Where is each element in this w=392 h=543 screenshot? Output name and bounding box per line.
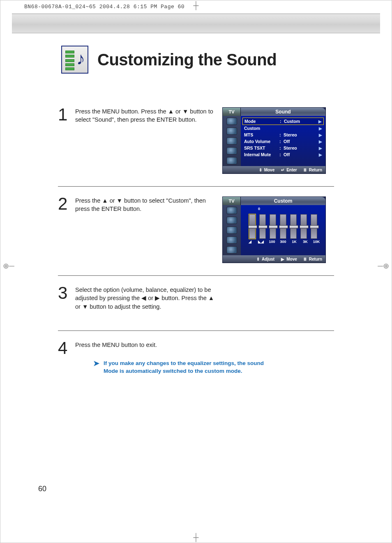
osd1-tv-label: TV — [223, 108, 241, 116]
eq-band-labels: ◢ ◣◢ 100 300 1K 3K 10K — [244, 240, 322, 244]
osd-sound-menu: TV Sound — [222, 107, 326, 174]
menu-value: Custom — [284, 119, 318, 124]
chevron-right-icon: ▶ — [319, 153, 322, 157]
tip-note: ➤ If you make any changes to the equaliz… — [93, 360, 274, 374]
step-3: 3 Select the option (volume, balance, eq… — [58, 286, 334, 331]
return-icon: Ⅲ — [303, 257, 308, 261]
footer-enter: Enter — [286, 168, 297, 172]
enter-icon: ↵ — [280, 168, 285, 172]
equalizer: 0 R — [241, 205, 325, 255]
menu-item-internal-mute[interactable]: Internal Mute : Off ▶ — [242, 151, 324, 158]
step-4: 4 Press the MENU button to exit. ➤ If yo… — [58, 341, 334, 375]
sidebar-icon — [226, 147, 237, 155]
page-number: 60 — [38, 485, 46, 493]
sidebar-icon — [226, 217, 237, 224]
band-label: 10K — [313, 240, 320, 244]
band-label: 3K — [302, 240, 309, 244]
step-3-number: 3 — [58, 286, 70, 318]
sound-icon: ♪ — [61, 46, 88, 74]
menu-item-auto-volume[interactable]: Auto Volume : Off ▶ — [242, 138, 324, 145]
sidebar-icon — [226, 236, 237, 244]
chevron-right-icon: ▶ — [318, 119, 322, 124]
sidebar-icon — [226, 207, 237, 214]
chevron-right-icon: ▶ — [319, 139, 322, 144]
eq-slider-1k[interactable] — [290, 214, 297, 239]
eq-slider-volume[interactable] — [259, 214, 266, 239]
menu-value: Off — [284, 139, 319, 144]
print-header-text: BN68-00678A-01_024~65 2004.4.28 6:15 PM … — [24, 4, 184, 10]
step-2-text: Press the ▲ or ▼ button to select "Custo… — [75, 196, 215, 263]
step-2: 2 Press the ▲ or ▼ button to select "Cus… — [58, 196, 334, 276]
footer-adjust: Adjust — [262, 257, 274, 261]
manual-page: BN68-00678A-01_024~65 2004.4.28 6:15 PM … — [0, 0, 392, 543]
sidebar-icon — [226, 137, 237, 145]
menu-value: Off — [284, 152, 319, 157]
sidebar-icon — [226, 127, 237, 135]
step-1: 1 Press the MENU button. Press the ▲ or … — [58, 107, 334, 187]
osd2-footer: ⇕Adjust ▶Move ⅢReturn — [223, 255, 325, 263]
header-band — [12, 14, 380, 33]
tip-arrow-icon: ➤ — [93, 360, 99, 374]
osd1-title: Sound — [241, 108, 325, 116]
footer-move: Move — [286, 257, 297, 261]
sidebar-icon — [226, 246, 237, 254]
chevron-right-icon: ▶ — [319, 126, 322, 131]
footer-return: Return — [309, 168, 322, 172]
right-icon: ▶ — [280, 257, 285, 261]
menu-label: MTS — [244, 132, 279, 137]
step-1-number: 1 — [58, 107, 70, 174]
eq-slider-300[interactable] — [280, 214, 286, 239]
sidebar-icon — [226, 118, 237, 125]
menu-label: Internal Mute — [244, 152, 279, 157]
band-label: 300 — [279, 240, 287, 244]
eq-slider-3k[interactable] — [300, 214, 307, 239]
menu-value: Stereo — [284, 146, 319, 150]
crop-mark-left: ⊕─ — [3, 261, 14, 270]
crop-mark-bottom: ┼ — [194, 533, 199, 542]
menu-label: SRS TSXT — [244, 146, 279, 150]
step-1-text: Press the MENU button. Press the ▲ or ▼ … — [75, 107, 215, 174]
menu-value: Stereo — [284, 132, 319, 137]
osd1-footer: ⇕Move ↵Enter ⅢReturn — [223, 166, 325, 173]
footer-return: Return — [309, 257, 322, 261]
osd-custom-eq: TV Custom 0 — [222, 196, 326, 263]
osd2-title: Custom — [241, 197, 325, 205]
crop-mark-right: ─⊕ — [378, 261, 389, 270]
menu-label: Auto Volume — [244, 139, 279, 144]
menu-label: Custom — [244, 126, 279, 131]
menu-item-mts[interactable]: MTS : Stereo ▶ — [242, 132, 324, 138]
osd2-tv-label: TV — [223, 197, 241, 205]
band-label: 1K — [291, 240, 298, 244]
chevron-right-icon: ▶ — [319, 133, 322, 137]
footer-move: Move — [264, 168, 275, 172]
chevron-right-icon: ▶ — [319, 146, 322, 150]
step-2-number: 2 — [58, 196, 70, 263]
menu-label: Mode — [244, 119, 280, 124]
tip-text: If you make any changes to the equalizer… — [104, 360, 274, 374]
osd1-sidebar — [223, 116, 241, 166]
return-icon: Ⅲ — [303, 168, 308, 172]
step-3-text: Select the option (volume, balance, equa… — [75, 286, 215, 318]
band-label: 100 — [268, 240, 276, 244]
updown-icon: ⇕ — [256, 257, 261, 261]
eq-slider-100[interactable] — [270, 214, 276, 239]
osd1-menu-list: Mode : Custom ▶ Custom ▶ — [241, 116, 325, 166]
menu-item-mode[interactable]: Mode : Custom ▶ — [242, 118, 324, 125]
osd2-sidebar — [223, 205, 241, 255]
crop-mark-top: ┼ — [194, 1, 199, 10]
step-4-number: 4 — [58, 341, 70, 375]
eq-slider-balance[interactable] — [249, 214, 256, 239]
volume-icon: ◣◢ — [257, 240, 265, 244]
updown-icon: ⇕ — [258, 168, 263, 172]
sidebar-icon — [226, 226, 237, 234]
eq-slider-10k[interactable] — [311, 214, 317, 239]
step-4-text: Press the MENU button to exit. — [75, 341, 215, 349]
menu-item-custom[interactable]: Custom ▶ — [242, 125, 324, 132]
page-title: Customizing the Sound — [97, 51, 277, 69]
balance-icon: ◢ — [246, 240, 254, 244]
eq-current-value: 0 — [258, 207, 260, 211]
sidebar-icon — [226, 157, 237, 164]
menu-item-srs-tsxt[interactable]: SRS TSXT : Stereo ▶ — [242, 145, 324, 151]
